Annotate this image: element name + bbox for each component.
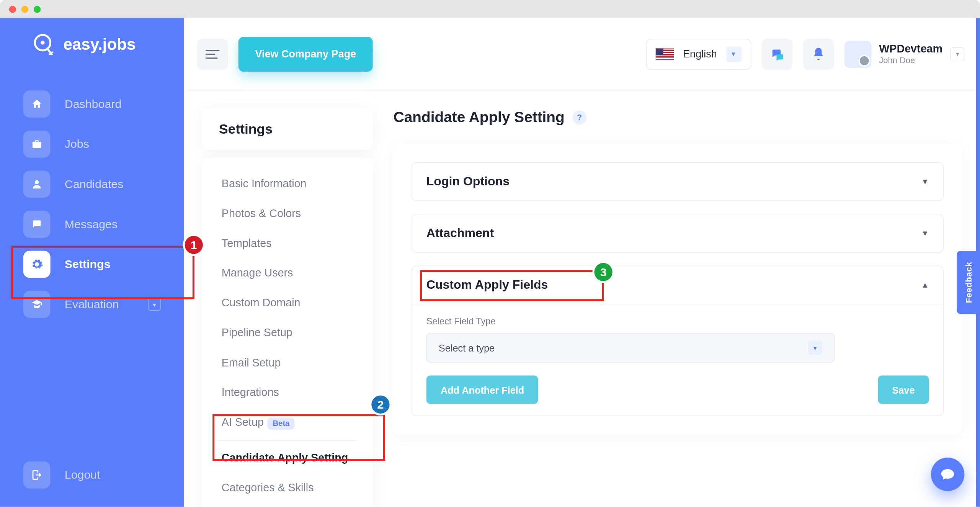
feedback-tab[interactable]: Feedback: [957, 251, 980, 314]
settings-subnav: Settings Basic InformationPhotos & Color…: [202, 109, 373, 507]
chat-icon: [23, 211, 51, 238]
sidebar-item-label: Messages: [65, 218, 118, 231]
sidebar-item-settings[interactable]: Settings: [11, 244, 172, 285]
sidebar-item-label: Dashboard: [65, 97, 122, 111]
logout-icon: [23, 461, 51, 489]
accordion-title: Attachment: [426, 226, 494, 240]
beta-badge: Beta: [268, 417, 295, 430]
page-title: Candidate Apply Setting: [394, 109, 565, 126]
field-type-select[interactable]: Select a type ▾: [426, 333, 835, 363]
settings-subnav-item[interactable]: Integrations: [202, 378, 373, 408]
graduation-icon: [23, 291, 51, 318]
briefcase-icon: [23, 131, 51, 158]
field-label: Select Field Type: [426, 316, 929, 326]
sidebar-item-label: Jobs: [65, 137, 89, 151]
sidebar-item-jobs[interactable]: Jobs: [11, 124, 172, 164]
svg-point-3: [49, 53, 51, 55]
settings-subnav-item[interactable]: Photos & Colors: [202, 199, 373, 229]
window-maximize-icon[interactable]: [34, 5, 41, 13]
sidebar: easy.jobs Dashboard Jobs Candidates Me: [0, 18, 184, 507]
settings-title: Settings: [202, 109, 373, 150]
topbar: View Company Page English ▾ WPDe: [184, 18, 980, 90]
chevron-down-icon: ▾: [950, 47, 964, 61]
window-minimize-icon[interactable]: [21, 5, 29, 13]
sidebar-nav: Dashboard Jobs Candidates Messages Setti…: [11, 84, 172, 324]
user-name: John Doe: [879, 56, 942, 65]
settings-subnav-item[interactable]: Email Setup: [202, 348, 373, 378]
accordion-header[interactable]: Attachment ▼: [412, 214, 943, 252]
settings-subnav-item[interactable]: Templates: [202, 229, 373, 259]
save-button[interactable]: Save: [878, 375, 929, 404]
accordion-attachment: Attachment ▼: [412, 214, 944, 253]
accordion-title: Login Options: [426, 175, 510, 189]
flag-us-icon: [656, 48, 674, 60]
settings-card: Login Options ▼ Attachment ▼: [394, 144, 962, 434]
sidebar-item-dashboard[interactable]: Dashboard: [11, 84, 172, 124]
chevron-down-icon: ▼: [921, 229, 929, 238]
select-placeholder: Select a type: [439, 342, 495, 353]
settings-subnav-item[interactable]: Pipeline Setup: [202, 318, 373, 348]
brand-logo[interactable]: easy.jobs: [11, 18, 172, 70]
button-label: View Company Page: [255, 48, 356, 60]
settings-subnav-item[interactable]: Categories & Skills: [202, 473, 373, 503]
button-label: Add Another Field: [441, 384, 524, 395]
accordion-header[interactable]: Login Options ▼: [412, 163, 943, 200]
sidebar-item-label: Candidates: [65, 177, 124, 191]
menu-toggle-button[interactable]: [197, 38, 228, 69]
chat-fab[interactable]: [931, 458, 965, 491]
feedback-label: Feedback: [964, 262, 973, 303]
sidebar-item-evaluation[interactable]: Evaluation ▾: [11, 285, 172, 325]
settings-subnav-item[interactable]: Candidate Apply Setting: [202, 443, 373, 473]
avatar: [844, 40, 871, 67]
chat-bubbles-icon: [770, 47, 784, 61]
sidebar-item-label: Evaluation: [65, 298, 119, 311]
logo-icon: [30, 31, 56, 57]
chevron-down-icon: ▾: [726, 46, 742, 62]
accordion-header[interactable]: Custom Apply Fields ▲: [412, 266, 943, 304]
sidebar-item-label: Settings: [65, 257, 111, 271]
settings-subnav-item[interactable]: Custom Domain: [202, 288, 373, 318]
button-label: Save: [892, 384, 915, 395]
settings-subnav-item[interactable]: Basic Information: [202, 169, 373, 199]
messages-button[interactable]: [761, 38, 792, 69]
menu-icon: [206, 49, 220, 59]
notifications-button[interactable]: [803, 38, 834, 69]
view-company-page-button[interactable]: View Company Page: [238, 36, 373, 71]
language-selector[interactable]: English ▾: [646, 38, 751, 69]
language-label: English: [683, 48, 717, 60]
home-icon: [23, 90, 51, 118]
settings-subnav-item[interactable]: AI SetupBeta: [202, 407, 373, 438]
settings-subnav-item[interactable]: Manage Users: [202, 258, 373, 288]
main-area: View Company Page English ▾ WPDe: [184, 18, 980, 507]
accordion-body: Select Field Type Select a type ▾ Add An…: [412, 304, 943, 415]
sidebar-item-candidates[interactable]: Candidates: [11, 164, 172, 204]
window-titlebar: [0, 0, 980, 18]
gear-icon: [23, 251, 51, 278]
chevron-up-icon: ▲: [921, 280, 929, 289]
user-menu[interactable]: WPDevteam John Doe ▾: [844, 40, 964, 67]
bell-icon: [812, 47, 824, 61]
brand-name: easy.jobs: [63, 34, 136, 53]
accordion-login-options: Login Options ▼: [412, 162, 944, 201]
user-team: WPDevteam: [879, 43, 942, 56]
sidebar-item-messages[interactable]: Messages: [11, 204, 172, 244]
chat-icon: [941, 468, 955, 481]
accordion-title: Custom Apply Fields: [426, 278, 548, 292]
accordion-custom-apply-fields: Custom Apply Fields ▲ Select Field Type …: [412, 266, 944, 416]
chevron-down-icon: ▾: [808, 340, 822, 355]
settings-page: Candidate Apply Setting ? Login Options …: [394, 109, 962, 507]
logout-label: Logout: [65, 468, 100, 482]
svg-point-5: [35, 180, 39, 184]
chevron-down-icon: ▼: [921, 177, 929, 186]
svg-point-4: [51, 51, 53, 53]
window-close-icon[interactable]: [9, 5, 16, 13]
add-another-field-button[interactable]: Add Another Field: [426, 375, 539, 404]
settings-subnav-item[interactable]: Activity Log: [202, 503, 373, 507]
user-icon: [23, 171, 51, 198]
svg-point-1: [41, 41, 44, 44]
chevron-down-icon: ▾: [148, 298, 161, 311]
help-icon[interactable]: ?: [572, 110, 586, 124]
logout-button[interactable]: Logout: [11, 455, 172, 495]
